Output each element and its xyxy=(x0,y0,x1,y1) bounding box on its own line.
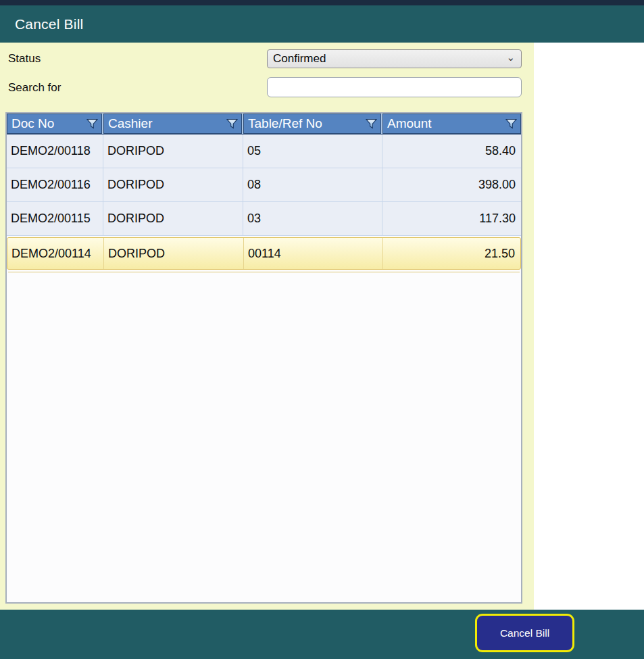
table-ref-cell: 05 xyxy=(243,135,382,168)
search-label: Search for xyxy=(8,81,61,95)
amount-cell: 21.50 xyxy=(383,238,520,269)
table-row[interactable]: DEMO2/00116 DORIPOD 08 398.00 xyxy=(7,168,521,202)
doc-no-cell: DEMO2/00115 xyxy=(7,202,103,235)
cashier-cell: DORIPOD xyxy=(103,202,243,235)
cashier-cell: DORIPOD xyxy=(104,238,244,269)
column-header-table-ref-no[interactable]: Table/Ref No xyxy=(243,114,381,134)
table-ref-cell: 03 xyxy=(243,202,382,235)
column-header-doc-no[interactable]: Doc No xyxy=(7,114,102,134)
doc-no-cell: DEMO2/00116 xyxy=(7,168,103,201)
filter-icon[interactable] xyxy=(86,118,98,129)
doc-no-cell: DEMO2/00114 xyxy=(7,238,104,269)
doc-no-cell: DEMO2/00118 xyxy=(7,135,103,168)
column-header-label: Amount xyxy=(387,116,503,131)
title-bar: Cancel Bill xyxy=(0,5,644,43)
amount-cell: 398.00 xyxy=(382,168,521,201)
column-header-label: Table/Ref No xyxy=(248,116,363,131)
footer-bar: Cancel Bill xyxy=(0,610,644,659)
search-input[interactable] xyxy=(267,77,522,97)
table-ref-cell: 00114 xyxy=(244,238,383,269)
filter-icon[interactable] xyxy=(505,118,517,129)
amount-cell: 117.30 xyxy=(382,202,521,235)
top-edge-strip xyxy=(0,0,644,5)
column-header-amount[interactable]: Amount xyxy=(382,114,521,134)
column-header-cashier[interactable]: Cashier xyxy=(103,114,242,134)
bills-grid: Doc No Cashier Table/Ref No Amount DEMO2… xyxy=(5,112,522,604)
column-header-label: Doc No xyxy=(11,116,84,131)
status-label: Status xyxy=(8,52,41,66)
table-ref-cell: 08 xyxy=(243,168,382,201)
filter-icon[interactable] xyxy=(226,118,238,129)
page-title: Cancel Bill xyxy=(0,16,83,32)
table-row[interactable]: DEMO2/00115 DORIPOD 03 117.30 xyxy=(7,202,521,236)
cancel-bill-button[interactable]: Cancel Bill xyxy=(475,614,574,652)
cashier-cell: DORIPOD xyxy=(103,168,243,201)
table-row[interactable]: DEMO2/00118 DORIPOD 05 58.40 xyxy=(7,135,521,168)
status-select-value: Confirmed xyxy=(273,52,326,66)
chevron-down-icon: ⌄ xyxy=(506,51,515,64)
amount-cell: 58.40 xyxy=(382,135,521,168)
table-row-selected[interactable]: DEMO2/00114 DORIPOD 00114 21.50 xyxy=(7,237,521,270)
filter-icon[interactable] xyxy=(366,118,377,129)
status-select[interactable]: Confirmed ⌄ xyxy=(267,49,522,68)
column-header-label: Cashier xyxy=(108,116,224,131)
grid-header-row: Doc No Cashier Table/Ref No Amount xyxy=(7,114,521,135)
cashier-cell: DORIPOD xyxy=(103,135,243,168)
